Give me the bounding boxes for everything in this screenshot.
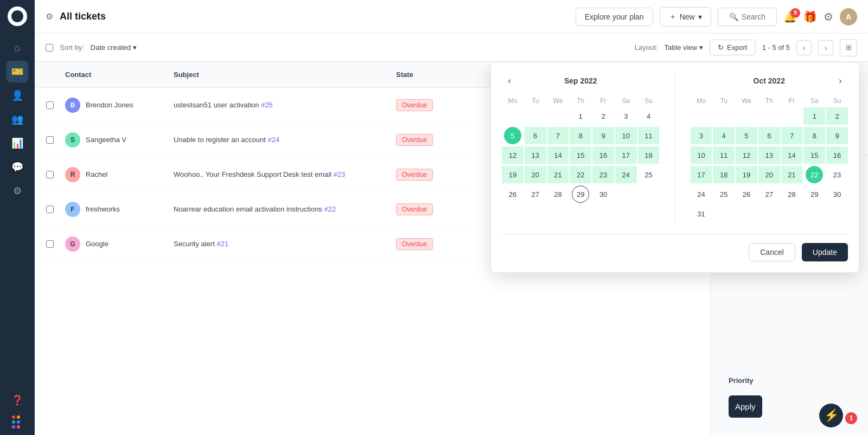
avatar: B: [65, 98, 80, 113]
calendar-day[interactable]: 3: [711, 127, 712, 144]
sidebar-item-groups[interactable]: 👥: [7, 108, 28, 130]
layout-label: Layout:: [635, 43, 658, 52]
calendar-day[interactable]: 20: [758, 166, 780, 183]
calendar-day[interactable]: 7: [781, 127, 803, 144]
calendar-day[interactable]: 30: [828, 185, 846, 203]
avatar: F: [65, 202, 80, 217]
calendar-update-button[interactable]: Update: [802, 243, 848, 261]
prev-page-button[interactable]: ‹: [796, 40, 812, 55]
priority-badge: 1: [845, 412, 857, 424]
state-cell: Overdue: [392, 234, 489, 254]
calendar-day[interactable]: 5: [736, 127, 757, 144]
state-cell: Overdue: [392, 95, 489, 116]
calendar-day[interactable]: 1: [803, 107, 825, 125]
calendar-day[interactable]: 19: [736, 166, 757, 183]
calendar-cancel-button[interactable]: Cancel: [749, 243, 795, 261]
new-button[interactable]: ＋ New ▾: [660, 7, 711, 27]
app-switcher-icon[interactable]: [12, 415, 23, 428]
sidebar-item-tickets[interactable]: 🎫: [7, 61, 28, 82]
export-button[interactable]: ↻ Export: [710, 40, 756, 55]
calendar-day[interactable]: 26: [738, 185, 755, 203]
calendar-day[interactable]: 18: [713, 166, 735, 183]
sidebar-item-home[interactable]: ⌂: [7, 37, 28, 59]
row-checkbox[interactable]: [46, 101, 54, 109]
pagination-info: 1 - 5 of 5: [762, 43, 790, 52]
subject-header: Subject: [169, 71, 392, 79]
oct-days-grid: 1234567891011121314151617181920212223242…: [711, 107, 848, 223]
expand-button[interactable]: ⊞: [840, 39, 857, 56]
sidebar-item-contacts[interactable]: 👤: [7, 85, 28, 106]
calendar-day[interactable]: 2: [826, 107, 848, 125]
subbar: Sort by: Date created ▾ Layout: Table vi…: [35, 34, 868, 62]
calendar-day[interactable]: 11: [713, 146, 735, 164]
select-all-checkbox[interactable]: [46, 44, 53, 52]
calendar-day[interactable]: 28: [783, 185, 801, 203]
sidebar-item-chat[interactable]: 💬: [7, 156, 28, 178]
row-checkbox[interactable]: [46, 136, 54, 144]
search-icon: 🔍: [729, 12, 738, 21]
calendar-day[interactable]: 16: [826, 146, 848, 164]
calendar-day[interactable]: 25: [715, 185, 732, 203]
calendar-day: [738, 107, 755, 125]
calendar-day[interactable]: 9: [826, 127, 848, 144]
avatar: G: [65, 236, 80, 252]
calendar-day[interactable]: 10: [711, 146, 712, 164]
row-checkbox-cell: [39, 97, 61, 113]
subject-cell: ustestsan51 user activation #25: [169, 97, 392, 113]
subject-cell: Noarrear education email activation inst…: [169, 201, 392, 218]
next-page-button[interactable]: ›: [818, 40, 833, 55]
calendar-day[interactable]: 21: [781, 166, 803, 183]
avatar: R: [65, 167, 80, 182]
calendar-day[interactable]: 6: [758, 127, 780, 144]
sidebar-item-reports[interactable]: 📊: [7, 132, 28, 154]
calendar-day[interactable]: 29: [806, 185, 823, 203]
calendar-day[interactable]: 22: [806, 166, 823, 183]
sidebar-item-settings[interactable]: ⚙: [7, 180, 28, 202]
freshworks-widget-icon[interactable]: ⚡: [819, 404, 843, 427]
row-checkbox-cell: [39, 167, 61, 183]
calendar-day[interactable]: 27: [761, 185, 778, 203]
notification-button[interactable]: 🔔 9: [783, 10, 797, 23]
calendar-day[interactable]: 17: [711, 166, 712, 183]
row-checkbox[interactable]: [46, 206, 54, 213]
avatar: S: [65, 132, 80, 148]
layout-button[interactable]: Table view ▾: [664, 43, 703, 52]
content-area: Contact Subject State Group Agent ✏ B Br…: [35, 62, 868, 435]
page-title: All tickets: [60, 11, 569, 22]
gift-button[interactable]: 🎁: [803, 10, 817, 23]
row-checkbox[interactable]: [46, 171, 54, 178]
apps-button[interactable]: ⚙: [824, 10, 833, 23]
status-badge: Overdue: [396, 134, 433, 146]
oct-month-header: Oct 2022 ›: [711, 73, 848, 88]
calendar-day[interactable]: 14: [781, 146, 803, 164]
calendar-day[interactable]: 8: [803, 127, 825, 144]
state-cell: Overdue: [392, 199, 489, 220]
sidebar-item-help[interactable]: ❓: [7, 389, 28, 411]
oct-month-title: Oct 2022: [754, 76, 785, 85]
calendar-day[interactable]: 23: [828, 166, 846, 183]
row-checkbox[interactable]: [46, 240, 54, 248]
contact-cell: F freshworks: [61, 197, 169, 221]
next-month-button[interactable]: ›: [833, 73, 848, 88]
app-logo[interactable]: [8, 7, 27, 26]
sort-button[interactable]: Date created ▾: [91, 43, 137, 52]
apply-button[interactable]: Apply: [729, 395, 762, 418]
user-avatar[interactable]: A: [840, 8, 857, 25]
export-icon: ↻: [718, 43, 724, 52]
calendar-day[interactable]: 12: [736, 146, 757, 164]
filter-panel: Created Select time period Time period: [711, 62, 868, 435]
explore-plan-button[interactable]: Explore your plan: [576, 8, 653, 26]
row-checkbox-cell: [39, 201, 61, 218]
priority-label: Priority: [720, 368, 859, 387]
day-header-mo: Mo: [711, 95, 712, 107]
day-header-su: Su: [826, 95, 848, 107]
chevron-down-icon: ▾: [699, 43, 703, 52]
topbar: ⚙ All tickets Explore your plan ＋ New ▾ …: [35, 0, 868, 34]
calendar-day: [761, 107, 778, 125]
calendar-day[interactable]: 15: [803, 146, 825, 164]
subject-cell: Woohoo.. Your Freshdesk Support Desk tes…: [169, 166, 392, 183]
calendar-day[interactable]: 4: [713, 127, 735, 144]
calendar-day: [783, 107, 801, 125]
search-button[interactable]: 🔍 Search: [718, 8, 777, 26]
calendar-day[interactable]: 13: [758, 146, 780, 164]
